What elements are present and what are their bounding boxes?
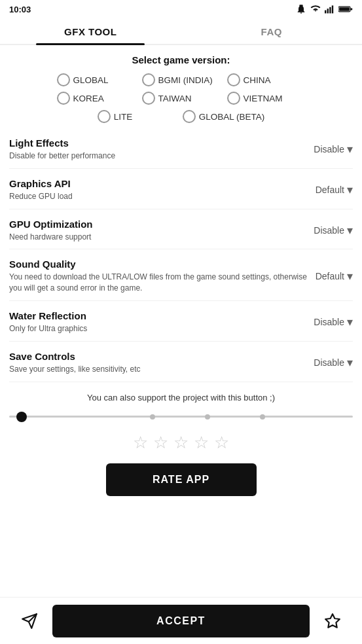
setting-save-controls-control[interactable]: Disable ▾ bbox=[314, 355, 353, 370]
slider-thumb[interactable] bbox=[16, 412, 27, 422]
bookmark-button[interactable] bbox=[316, 605, 349, 637]
setting-water-reflection-desc: Only for Ultra graphics bbox=[9, 323, 307, 334]
setting-graphics-api-value: Default bbox=[316, 185, 344, 195]
setting-light-effects-left: Light Effects Disable for better perform… bbox=[9, 137, 314, 162]
radio-lite[interactable]: LITE bbox=[98, 110, 176, 123]
share-icon bbox=[21, 613, 38, 630]
radio-label-bgmi: BGMI (INDIA) bbox=[158, 75, 213, 85]
star-5[interactable]: ☆ bbox=[214, 433, 229, 453]
radio-label-china: CHINA bbox=[244, 75, 271, 85]
radio-label-lite: LITE bbox=[114, 112, 133, 122]
chevron-down-icon-2: ▾ bbox=[347, 183, 353, 197]
version-row-2: KOREA TAIWAN VIETNAM bbox=[9, 92, 353, 105]
chevron-down-icon-6: ▾ bbox=[347, 355, 353, 370]
slider-dot-2 bbox=[205, 414, 210, 420]
radio-circle-global-beta bbox=[183, 110, 196, 123]
setting-sound-quality-title: Sound Quality bbox=[9, 259, 309, 270]
radio-label-global: GLOBAL bbox=[73, 75, 109, 85]
svg-rect-4 bbox=[332, 5, 333, 13]
wifi-icon bbox=[310, 5, 321, 14]
support-section: You can also support the project with th… bbox=[9, 382, 353, 514]
setting-gpu-optimization-control[interactable]: Disable ▾ bbox=[314, 223, 353, 238]
setting-sound-quality: Sound Quality You need to download the U… bbox=[9, 249, 353, 301]
stars-row: ☆ ☆ ☆ ☆ ☆ bbox=[9, 433, 353, 453]
radio-circle-lite bbox=[98, 110, 111, 123]
radio-label-taiwan: TAIWAN bbox=[158, 94, 192, 103]
radio-taiwan[interactable]: TAIWAN bbox=[142, 92, 221, 105]
slider-dot-3 bbox=[260, 414, 265, 420]
version-grid: GLOBAL BGMI (INDIA) CHINA KOREA bbox=[9, 73, 353, 123]
star-4[interactable]: ☆ bbox=[194, 433, 209, 453]
setting-save-controls-title: Save Controls bbox=[9, 351, 307, 362]
share-button[interactable] bbox=[13, 605, 46, 637]
setting-water-reflection-control[interactable]: Disable ▾ bbox=[314, 315, 353, 329]
slider-dot-1 bbox=[150, 414, 155, 420]
radio-label-korea: KOREA bbox=[73, 94, 104, 103]
svg-rect-2 bbox=[327, 9, 329, 13]
svg-rect-7 bbox=[350, 8, 352, 10]
star-1[interactable]: ☆ bbox=[133, 433, 148, 453]
version-title: Select game version: bbox=[9, 54, 353, 65]
radio-global-beta[interactable]: GLOBAL (BETA) bbox=[183, 110, 265, 123]
setting-graphics-api-control[interactable]: Default ▾ bbox=[316, 183, 353, 197]
setting-sound-quality-desc: You need to download the ULTRA/LOW files… bbox=[9, 272, 309, 294]
setting-light-effects-value: Disable bbox=[314, 144, 344, 154]
radio-korea[interactable]: KOREA bbox=[57, 92, 136, 105]
slider-container[interactable] bbox=[9, 410, 353, 423]
main-content: Select game version: GLOBAL BGMI (INDIA)… bbox=[0, 45, 362, 567]
chevron-down-icon-3: ▾ bbox=[347, 223, 353, 238]
svg-rect-6 bbox=[339, 7, 350, 11]
setting-graphics-api-desc: Reduce GPU load bbox=[9, 191, 309, 202]
settings-list: Light Effects Disable for better perform… bbox=[9, 128, 353, 382]
notification-icon bbox=[296, 4, 306, 14]
radio-circle-global bbox=[57, 73, 70, 86]
setting-save-controls-desc: Save your settings, like sensitivity, et… bbox=[9, 364, 307, 375]
status-time: 10:03 bbox=[9, 5, 31, 14]
radio-circle-bgmi bbox=[142, 73, 155, 86]
setting-save-controls: Save Controls Save your settings, like s… bbox=[9, 342, 353, 382]
version-row-3: LITE GLOBAL (BETA) bbox=[9, 110, 353, 123]
star-3[interactable]: ☆ bbox=[173, 433, 189, 453]
setting-sound-quality-value: Default bbox=[316, 271, 344, 281]
setting-gpu-optimization-desc: Need hardware support bbox=[9, 232, 307, 243]
radio-china[interactable]: CHINA bbox=[227, 73, 306, 86]
tab-gfx-tool[interactable]: GFX TOOL bbox=[0, 17, 181, 44]
rate-app-button[interactable]: RATE APP bbox=[106, 463, 257, 496]
radio-circle-taiwan bbox=[142, 92, 155, 105]
chevron-down-icon-5: ▾ bbox=[347, 315, 353, 329]
radio-bgmi[interactable]: BGMI (INDIA) bbox=[142, 73, 221, 86]
radio-label-vietnam: VIETNAM bbox=[244, 94, 283, 103]
setting-light-effects-control[interactable]: Disable ▾ bbox=[314, 142, 353, 156]
setting-gpu-optimization-left: GPU Optimization Need hardware support bbox=[9, 219, 314, 243]
setting-water-reflection-left: Water Reflection Only for Ultra graphics bbox=[9, 310, 314, 334]
radio-circle-vietnam bbox=[227, 92, 240, 105]
setting-graphics-api-title: Graphics API bbox=[9, 178, 309, 189]
signal-icon bbox=[325, 5, 335, 14]
svg-marker-10 bbox=[325, 614, 340, 628]
status-bar: 10:03 bbox=[0, 0, 362, 17]
radio-circle-china bbox=[227, 73, 240, 86]
setting-sound-quality-left: Sound Quality You need to download the U… bbox=[9, 259, 316, 294]
setting-sound-quality-control[interactable]: Default ▾ bbox=[316, 269, 353, 283]
bottom-spacer bbox=[9, 514, 353, 567]
status-icons bbox=[296, 4, 353, 14]
svg-rect-1 bbox=[325, 10, 326, 14]
setting-gpu-optimization-title: GPU Optimization bbox=[9, 219, 307, 230]
star-icon bbox=[324, 613, 341, 630]
support-text: You can also support the project with th… bbox=[9, 393, 353, 402]
setting-save-controls-left: Save Controls Save your settings, like s… bbox=[9, 351, 314, 375]
setting-water-reflection: Water Reflection Only for Ultra graphics… bbox=[9, 301, 353, 342]
accept-button[interactable]: ACCEPT bbox=[52, 605, 310, 637]
version-section: Select game version: GLOBAL BGMI (INDIA)… bbox=[9, 45, 353, 128]
setting-save-controls-value: Disable bbox=[314, 357, 344, 368]
radio-global[interactable]: GLOBAL bbox=[57, 73, 136, 86]
radio-vietnam[interactable]: VIETNAM bbox=[227, 92, 306, 105]
star-2[interactable]: ☆ bbox=[153, 433, 168, 453]
slider-track bbox=[9, 416, 353, 418]
tab-faq[interactable]: FAQ bbox=[181, 17, 363, 44]
setting-water-reflection-value: Disable bbox=[314, 317, 344, 327]
battery-icon bbox=[338, 5, 353, 13]
svg-rect-3 bbox=[329, 7, 331, 14]
setting-water-reflection-title: Water Reflection bbox=[9, 310, 307, 321]
setting-light-effects: Light Effects Disable for better perform… bbox=[9, 128, 353, 169]
